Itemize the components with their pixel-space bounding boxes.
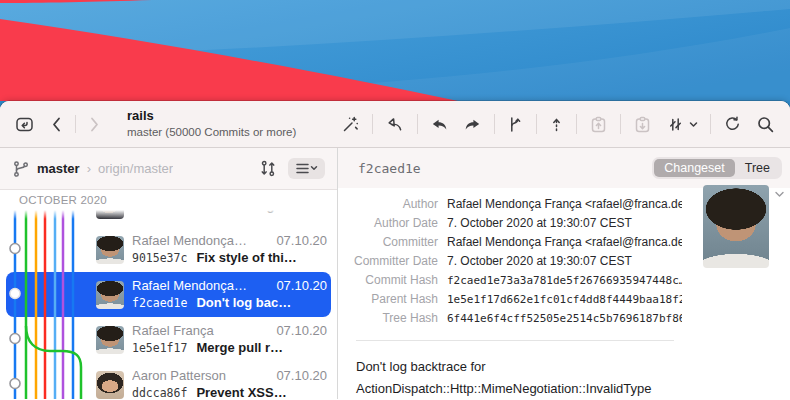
commit-row[interactable]: Rafael Mendonça… 07.10.20 9015e37c Fix s… — [0, 227, 337, 272]
field-label: Committer — [354, 235, 438, 250]
commit-hash: 1e5e1f17 — [132, 340, 187, 356]
commit-author: Rafael França — [132, 323, 268, 338]
app-window: rails master (50000 Commits or more) — [0, 101, 790, 400]
avatar — [96, 210, 124, 219]
commit-message: Add missing s… — [196, 210, 298, 214]
search-button[interactable] — [754, 113, 777, 136]
current-branch-label[interactable]: master — [37, 161, 80, 176]
avatar — [96, 281, 124, 309]
field-value-parent-hash: 1e5e1f17d662e1fc01cf4dd8f4449baa18f27d… — [447, 292, 682, 307]
commit-row-text: Aaron Patterson 07.10.20 ddcca86f Preven… — [132, 368, 327, 399]
toolbar-divider — [494, 114, 495, 134]
push-arrow-icon — [463, 115, 482, 134]
field-value-author: Rafael Mendonça França <rafael@franca.de… — [447, 197, 682, 212]
commit-message-full: Don't log backtrace for ActionDispatch::… — [356, 356, 680, 399]
field-label: Author Date — [354, 216, 438, 231]
commit-details-panel: f2caed1e Changeset Tree Author Rafael Me… — [338, 148, 790, 399]
desktop-wallpaper — [0, 0, 790, 101]
commit-author: Aaron Patterson — [132, 368, 268, 383]
toolbar-actions — [339, 113, 777, 136]
avatar — [96, 326, 124, 354]
toolbar-divider — [576, 114, 577, 134]
quick-actions-button[interactable] — [339, 113, 362, 136]
commit-row-text: Rafael Mendonça… 07.10.20 9015e37c Fix s… — [132, 233, 327, 266]
refresh-button[interactable] — [721, 113, 744, 136]
stash-save-icon — [633, 115, 652, 134]
stash-save-button[interactable] — [631, 113, 654, 136]
field-value-commit-hash: f2caed1e73a3a781de5f26766935947448c… — [447, 273, 682, 288]
forward-chevron-icon — [86, 115, 103, 134]
commit-sidebar: master › origin/master — [0, 148, 338, 399]
commit-arrow-icon — [549, 115, 564, 134]
repo-subtitle: master (50000 Commits or more) — [127, 125, 296, 139]
refresh-icon — [723, 115, 742, 134]
branch-button[interactable] — [505, 113, 526, 136]
commit-row-text: Rafael Mendonça… 07.10.20 f2caed1e Don't… — [132, 278, 327, 311]
commit-row-text: ddfc5449 Add missing s… — [132, 210, 327, 214]
tab-tree[interactable]: Tree — [735, 159, 780, 177]
details-divider — [356, 340, 674, 341]
commit-hash: ddcca86f — [132, 385, 187, 399]
upstream-branch-label[interactable]: origin/master — [98, 161, 173, 176]
search-icon — [756, 115, 775, 134]
field-value-committer: Rafael Mendonça França <rafael@franca.de… — [447, 235, 682, 250]
commit-button[interactable] — [547, 113, 566, 136]
commit-hash: ddfc5449 — [132, 210, 187, 214]
wand-icon — [341, 115, 360, 134]
pull-arrow-icon — [430, 115, 449, 134]
commit-row[interactable]: ddfc5449 Add missing s… — [0, 210, 337, 227]
commit-message: Don't log bac… — [196, 295, 291, 311]
commit-hash: f2caed1e — [132, 295, 187, 311]
window-content: master › origin/master — [0, 148, 790, 399]
toolbar-divider — [710, 114, 711, 134]
hunks-button[interactable] — [664, 113, 700, 136]
field-label: Tree Hash — [354, 311, 438, 326]
field-label: Author — [354, 197, 438, 212]
stash-apply-button[interactable] — [587, 113, 610, 136]
list-options-button[interactable] — [288, 158, 325, 179]
compare-button[interactable] — [257, 157, 279, 180]
breadcrumb-chevron: › — [87, 161, 91, 176]
avatar-chevron-down-icon[interactable] — [774, 189, 785, 200]
commit-author: Rafael Mendonça… — [132, 233, 268, 248]
restore-button[interactable] — [383, 113, 407, 136]
commit-hash: 9015e37c — [132, 250, 187, 266]
window-title-block: rails master (50000 Commits or more) — [127, 108, 296, 140]
commit-row-selected[interactable]: Rafael Mendonça… 07.10.20 f2caed1e Don't… — [6, 272, 331, 317]
back-chevron-icon — [48, 115, 65, 134]
stash-apply-icon — [589, 115, 608, 134]
commit-date: 07.10.20 — [276, 323, 327, 338]
chevron-down-icon — [689, 120, 698, 129]
toolbar-divider — [620, 114, 621, 134]
git-branch-icon — [12, 160, 30, 178]
forward-button[interactable] — [84, 113, 105, 136]
repo-title: rails — [127, 108, 296, 124]
field-label: Parent Hash — [354, 292, 438, 307]
avatar — [96, 236, 124, 264]
field-value-committer-date: 7. October 2020 at 19:30:07 CEST — [447, 254, 682, 269]
back-button[interactable] — [46, 113, 67, 136]
toolbar-divider — [417, 114, 418, 134]
commit-date: 07.10.20 — [276, 368, 327, 383]
repository-icon — [15, 115, 34, 134]
details-header: f2caed1e Changeset Tree — [338, 148, 790, 188]
list-view-icon — [295, 162, 318, 175]
field-label: Committer Date — [354, 254, 438, 269]
repository-button[interactable] — [13, 113, 36, 136]
commit-message-line: ActionDispatch::Http::MimeNegotiation::I… — [356, 378, 680, 400]
push-button[interactable] — [461, 113, 484, 136]
commit-row[interactable]: Aaron Patterson 07.10.20 ddcca86f Preven… — [0, 362, 337, 399]
branch-merge-icon — [507, 115, 524, 134]
tab-changeset[interactable]: Changeset — [654, 159, 734, 177]
commit-row[interactable]: Rafael França 07.10.20 1e5e1f17 Merge pu… — [0, 317, 337, 362]
commit-metadata: Author Rafael Mendonça França <rafael@fr… — [354, 197, 682, 326]
view-mode-switcher: Changeset Tree — [652, 157, 782, 179]
commit-message-line: Don't log backtrace for — [356, 356, 680, 378]
commit-date: 07.10.20 — [276, 233, 327, 248]
commit-message: Merge pull r… — [196, 340, 283, 356]
pull-button[interactable] — [428, 113, 451, 136]
commit-message: Fix style of thi… — [196, 250, 296, 266]
commit-message: Prevent XSS… — [196, 385, 286, 399]
date-section-header: OCTOBER 2020 — [0, 190, 337, 210]
commit-date: 07.10.20 — [276, 278, 327, 293]
